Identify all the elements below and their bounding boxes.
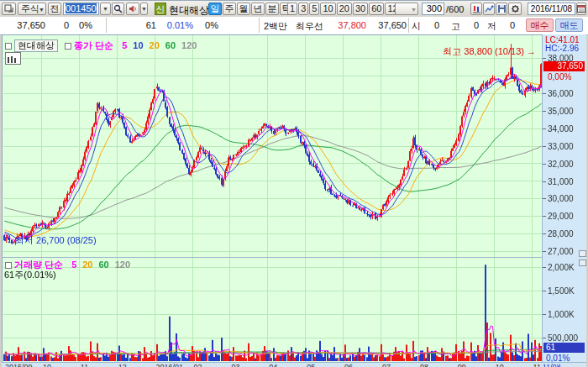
chart-type-candle-icon[interactable] — [5, 52, 21, 65]
axis-tick: 38,000 — [543, 54, 586, 63]
ma-period-5[interactable]: 5 — [122, 40, 127, 50]
axis-tick: 32,000 — [543, 160, 586, 169]
volume-value: 61 — [109, 20, 156, 30]
minute-buttons: 13510203060120 — [287, 3, 406, 15]
date-label: 06 — [344, 363, 353, 367]
period-tab-일[interactable]: 일 — [208, 3, 222, 15]
stock-code-value: 001450 — [66, 3, 97, 13]
date-label: 02 — [194, 363, 202, 367]
price-axis: LC:41.01 HC:-2.96 37,650 0,00% 61 0,01% … — [542, 34, 586, 362]
margin-badge: 신 — [155, 3, 166, 15]
separator — [259, 18, 262, 33]
quote-bar: 37,650 0 0% 61 0.01% 0% 2백만 최우선 37,800 3… — [0, 17, 588, 35]
high-value: 0 — [464, 20, 479, 30]
compare-candles-icon[interactable] — [470, 3, 482, 15]
main-price-chart[interactable] — [3, 35, 542, 257]
save-icon[interactable] — [496, 3, 507, 15]
sell-button[interactable]: 매도 — [555, 18, 583, 32]
ma-period-60[interactable]: 60 — [99, 260, 109, 270]
open-label: 시 — [412, 20, 421, 33]
date-label: 04 — [269, 363, 277, 367]
price-change: 0 — [47, 20, 69, 30]
main-panel-title[interactable]: 현대해상 — [14, 39, 58, 52]
date-label: 10 — [43, 363, 51, 367]
ma-period-5[interactable]: 5 — [71, 260, 76, 270]
period-tab-월[interactable]: 월 — [237, 3, 250, 15]
minute-button-20[interactable]: 20 — [337, 3, 352, 15]
buy-button[interactable]: 매수 — [526, 18, 554, 32]
calendar-icon[interactable] — [576, 3, 586, 15]
ma-period-20[interactable]: 20 — [150, 40, 160, 50]
code-dropdown-button[interactable]: ▼ — [100, 3, 111, 15]
minute-button-1[interactable]: 1 — [287, 3, 297, 15]
price-ma-legend-name[interactable]: 종가 단순 — [74, 40, 113, 50]
speaker-icon[interactable] — [126, 3, 139, 15]
toolbar: 주식 ▼ 전 001450 ▼ ▼ 신 현대해상 일주월년분틱 13510203… — [0, 1, 588, 18]
date-input[interactable]: 2016/11/08 — [528, 3, 575, 15]
chart-window: 주식 ▼ 전 001450 ▼ ▼ 신 현대해상 일주월년분틱 13510203… — [0, 0, 588, 367]
settings-gear-icon[interactable] — [508, 3, 522, 15]
panel-splitter-icon[interactable] — [579, 260, 586, 266]
minute-button-60[interactable]: 60 — [369, 3, 384, 15]
panel-divider[interactable] — [2, 257, 586, 258]
minute-button-10[interactable]: 10 — [320, 3, 335, 15]
interval-select[interactable]: ▼ — [395, 3, 418, 15]
axis-tick: 36,000 — [543, 89, 586, 98]
arrow-left-icon: ← — [6, 235, 15, 245]
trendline-icon[interactable] — [483, 3, 495, 15]
axis-tick: 30,000 — [543, 194, 586, 203]
panel-splitter-icon[interactable] — [579, 250, 586, 257]
window-switch-icon[interactable] — [2, 3, 16, 15]
low-label: 저 — [487, 20, 496, 33]
asset-type-select[interactable]: 주식 ▼ — [18, 3, 46, 15]
volume-summary: 61주(0.01%) — [4, 269, 56, 281]
best-ask: 37,800 — [329, 20, 366, 30]
main-legend: 현대해상 종가 단순 5102060120 — [5, 39, 197, 52]
asset-type-label: 주식 — [21, 3, 39, 13]
speaker-dropdown-button[interactable]: ▼ — [140, 3, 148, 15]
ma-period-20[interactable]: 20 — [82, 260, 92, 270]
stock-name-label: 현대해상 — [169, 3, 209, 18]
search-icon[interactable] — [112, 3, 124, 15]
period-tabs: 일주월년분틱 — [208, 3, 293, 15]
period-tab-분[interactable]: 분 — [265, 3, 279, 15]
date-label: 08 — [420, 363, 428, 367]
date-label: 09 — [458, 363, 466, 367]
bar-count-input[interactable]: 300 — [422, 3, 444, 15]
date-axis-current: 11/08 — [543, 363, 561, 367]
chevron-down-icon: ▼ — [411, 4, 417, 15]
volume-pct: 0.01% — [160, 20, 193, 30]
prev-stock-button[interactable]: 전 — [48, 3, 61, 15]
period-tab-년[interactable]: 년 — [251, 3, 265, 15]
high-annotation: 최고 38,800 (10/13) → — [443, 45, 536, 58]
date-label: 03 — [231, 363, 239, 367]
hc-readout: HC:-2.96 — [545, 44, 579, 53]
current-volume-box: 61 — [543, 343, 585, 353]
axis-tick: 500,000 — [543, 333, 586, 343]
volume-chart[interactable] — [3, 258, 542, 362]
date-label: 05 — [307, 363, 315, 367]
checkbox-icon[interactable] — [5, 262, 12, 269]
volume-ma-periods: 52060120 — [66, 260, 130, 270]
date-label: 07 — [382, 363, 391, 367]
axis-tick: 1,000K — [543, 310, 586, 319]
date-label: 12 — [118, 363, 127, 367]
axis-tick: 29,000 — [543, 212, 586, 221]
current-price: 37,650 — [2, 20, 45, 30]
minute-button-30[interactable]: 30 — [353, 3, 368, 15]
minute-button-5[interactable]: 5 — [309, 3, 319, 15]
current-price-pct: 0,00% — [548, 72, 571, 81]
period-tab-주[interactable]: 주 — [223, 3, 236, 15]
amount-label: 2백만 — [264, 20, 287, 33]
ma-period-120[interactable]: 120 — [115, 260, 130, 270]
stock-code-input[interactable]: 001450 — [63, 3, 99, 15]
checkbox-icon[interactable] — [65, 43, 71, 50]
high-label: 고 — [451, 20, 460, 33]
checkbox-icon[interactable] — [5, 43, 12, 50]
open-value: 0 — [424, 20, 439, 30]
date-label: 10 — [496, 363, 504, 367]
ma-period-60[interactable]: 60 — [165, 40, 176, 50]
ma-period-10[interactable]: 10 — [133, 40, 143, 50]
minute-button-3[interactable]: 3 — [298, 3, 308, 15]
ma-period-120[interactable]: 120 — [181, 40, 197, 50]
